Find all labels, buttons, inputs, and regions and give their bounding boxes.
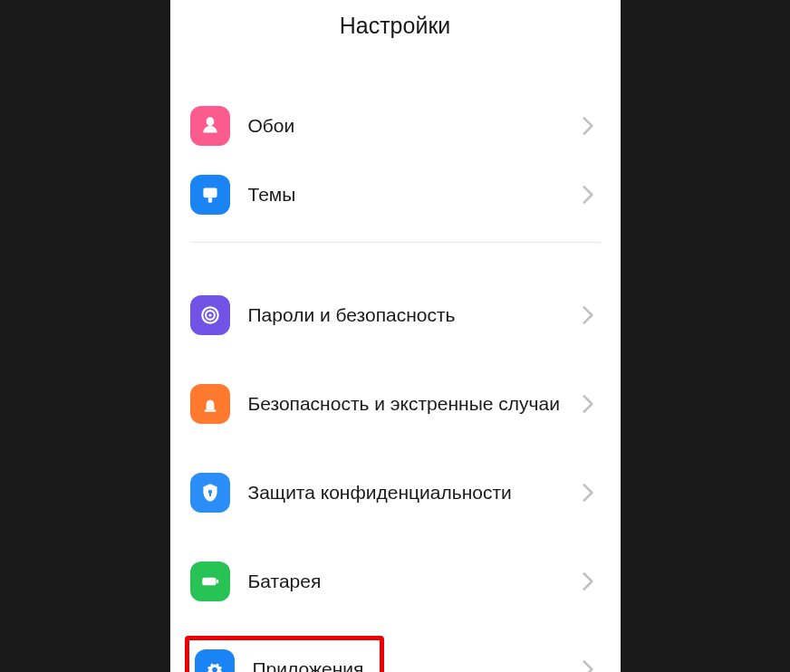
settings-item-label: Безопасность и экстренные случаи xyxy=(248,391,583,416)
battery-icon xyxy=(190,562,230,601)
chevron-right-icon xyxy=(583,306,593,324)
settings-item-apps-row: Приложения xyxy=(190,636,601,672)
chevron-right-icon xyxy=(583,395,593,413)
section-divider xyxy=(190,242,601,243)
settings-item-label: Защита конфиденциальности xyxy=(248,480,583,504)
brush-icon xyxy=(190,175,230,215)
svg-rect-8 xyxy=(202,578,216,586)
settings-item-emergency[interactable]: Безопасность и экстренные случаи xyxy=(190,370,601,438)
svg-rect-1 xyxy=(207,197,211,202)
chevron-right-icon xyxy=(583,484,593,502)
page-title: Настройки xyxy=(170,13,621,39)
shield-icon xyxy=(190,473,230,513)
chevron-right-icon xyxy=(583,572,593,590)
settings-item-label: Темы xyxy=(248,182,583,206)
settings-item-apps[interactable]: Приложения xyxy=(189,649,373,672)
settings-item-label: Батарея xyxy=(248,569,583,593)
svg-rect-7 xyxy=(208,493,210,496)
svg-rect-0 xyxy=(203,187,217,197)
settings-item-wallpaper[interactable]: Обои xyxy=(190,91,601,160)
svg-rect-5 xyxy=(204,410,216,412)
flower-icon xyxy=(190,106,230,146)
chevron-right-icon xyxy=(583,117,593,135)
settings-item-label: Приложения xyxy=(253,657,373,672)
chevron-right-icon xyxy=(583,186,593,204)
settings-item-passwords[interactable]: Пароли и безопасность xyxy=(190,281,601,350)
alarm-icon xyxy=(190,384,230,424)
highlight-box: Приложения xyxy=(185,636,385,672)
settings-item-label: Пароли и безопасность xyxy=(248,302,583,327)
fingerprint-icon xyxy=(190,295,230,335)
svg-rect-9 xyxy=(217,580,218,583)
settings-item-battery[interactable]: Батарея xyxy=(190,547,601,616)
settings-item-label: Обои xyxy=(248,113,583,138)
chevron-right-icon xyxy=(583,660,593,672)
settings-group-1: Обои Темы xyxy=(170,91,621,229)
settings-item-themes[interactable]: Темы xyxy=(190,160,601,229)
gear-icon xyxy=(195,649,235,672)
settings-screen: Настройки Обои Темы xyxy=(170,0,621,672)
settings-item-privacy[interactable]: Защита конфиденциальности xyxy=(190,458,601,527)
svg-point-4 xyxy=(208,313,211,316)
settings-group-2: Пароли и безопасность Безопасность и экс… xyxy=(170,281,621,672)
